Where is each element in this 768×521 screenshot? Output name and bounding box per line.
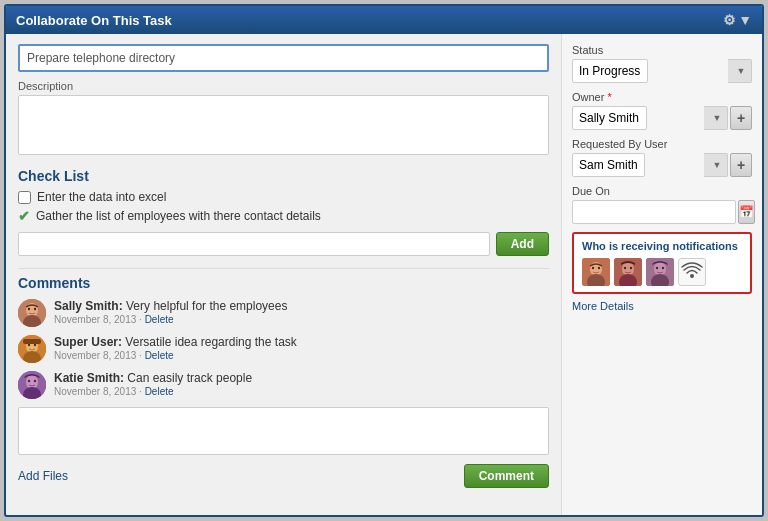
owner-select[interactable]: Sally Smith xyxy=(572,106,647,130)
comment-item: Sally Smith: Very helpful for the employ… xyxy=(18,299,549,327)
avatar-sally xyxy=(18,299,46,327)
gear-dropdown[interactable]: ⚙ ▼ xyxy=(723,12,752,28)
requested-by-row: Sam Smith + xyxy=(572,153,752,177)
comment-item: Katie Smith: Can easily track people Nov… xyxy=(18,371,549,399)
checklist-item-text-2: Gather the list of employees with there … xyxy=(36,209,321,223)
owner-label: Owner * xyxy=(572,91,752,103)
checklist-item: ✔ Gather the list of employees with ther… xyxy=(18,208,549,224)
comment-body-3: Can easily track people xyxy=(127,371,252,385)
svg-point-4 xyxy=(34,308,36,310)
checklist-title: Check List xyxy=(18,168,549,184)
add-checklist-button[interactable]: Add xyxy=(496,232,549,256)
new-comment-textarea[interactable] xyxy=(18,407,549,455)
comment-author-3: Katie Smith: xyxy=(54,371,127,385)
notification-avatar-1 xyxy=(582,258,610,286)
collaborate-dialog: Collaborate On This Task ⚙ ▼ Description… xyxy=(4,4,764,517)
requested-by-add-button[interactable]: + xyxy=(730,153,752,177)
notification-avatar-3 xyxy=(646,258,674,286)
status-select[interactable]: In Progress Completed Pending xyxy=(572,59,648,83)
gear-icon: ⚙ xyxy=(723,12,736,28)
calendar-button[interactable]: 📅 xyxy=(738,200,755,224)
owner-select-wrapper: Sally Smith xyxy=(572,106,728,130)
delete-link-1[interactable]: Delete xyxy=(145,314,174,325)
comment-meta-2: November 8, 2013 · Delete xyxy=(54,350,549,361)
checkmark-icon: ✔ xyxy=(18,208,30,224)
comment-date-2: November 8, 2013 xyxy=(54,350,136,361)
comment-author-2: Super User: xyxy=(54,335,125,349)
notif-avatar-svg-1 xyxy=(582,258,610,286)
delete-link-3[interactable]: Delete xyxy=(145,386,174,397)
description-textarea[interactable] xyxy=(18,95,549,155)
comments-section: Comments xyxy=(18,275,549,488)
notification-avatars xyxy=(582,258,742,286)
description-label: Description xyxy=(18,80,549,92)
avatar-svg xyxy=(18,299,46,327)
required-star: * xyxy=(607,91,611,103)
add-files-link[interactable]: Add Files xyxy=(18,469,68,483)
svg-point-27 xyxy=(654,262,666,276)
svg-point-20 xyxy=(598,267,600,269)
comment-item: Super User: Versatile idea regarding the… xyxy=(18,335,549,363)
bottom-row: Add Files Comment xyxy=(18,464,549,488)
svg-point-30 xyxy=(662,267,664,269)
comment-meta-3: November 8, 2013 · Delete xyxy=(54,386,549,397)
avatar-katie xyxy=(18,371,46,399)
right-panel: Status In Progress Completed Pending Own… xyxy=(562,34,762,515)
dialog-body: Description Check List Enter the data in… xyxy=(6,34,762,515)
checklist-item-text-1: Enter the data into excel xyxy=(37,190,166,204)
comment-text: Super User: Versatile idea regarding the… xyxy=(54,335,549,361)
requested-by-select-wrapper: Sam Smith xyxy=(572,153,728,177)
svg-rect-10 xyxy=(23,339,41,344)
comment-text: Katie Smith: Can easily track people Nov… xyxy=(54,371,549,397)
status-label: Status xyxy=(572,44,752,56)
svg-point-25 xyxy=(630,267,632,269)
due-on-input[interactable] xyxy=(572,200,736,224)
add-checklist-row: Add xyxy=(18,232,549,256)
comment-author-1: Sally Smith: xyxy=(54,299,126,313)
broadcast-icon xyxy=(678,258,706,286)
svg-point-24 xyxy=(624,267,626,269)
notification-avatar-2 xyxy=(614,258,642,286)
comment-body-2: Versatile idea regarding the task xyxy=(125,335,296,349)
avatar-svg xyxy=(18,335,46,363)
notification-box: Who is receiving notifications xyxy=(572,232,752,294)
comment-meta-1: November 8, 2013 · Delete xyxy=(54,314,549,325)
left-panel: Description Check List Enter the data in… xyxy=(6,34,562,515)
requested-by-select[interactable]: Sam Smith xyxy=(572,153,645,177)
notification-title: Who is receiving notifications xyxy=(582,240,742,252)
dialog-title: Collaborate On This Task xyxy=(16,13,172,28)
due-on-label: Due On xyxy=(572,185,752,197)
svg-point-19 xyxy=(592,267,594,269)
avatar-super xyxy=(18,335,46,363)
requested-by-label: Requested By User xyxy=(572,138,752,150)
add-checklist-input[interactable] xyxy=(18,232,490,256)
avatar-svg xyxy=(18,371,46,399)
comment-date-1: November 8, 2013 xyxy=(54,314,136,325)
owner-add-button[interactable]: + xyxy=(730,106,752,130)
checklist-item: Enter the data into excel xyxy=(18,190,549,204)
status-select-row: In Progress Completed Pending xyxy=(572,59,752,83)
comment-date-3: November 8, 2013 xyxy=(54,386,136,397)
svg-point-14 xyxy=(28,380,30,382)
task-title-input[interactable] xyxy=(18,44,549,72)
notif-avatar-svg-2 xyxy=(614,258,642,286)
divider xyxy=(18,268,549,269)
svg-point-9 xyxy=(34,344,36,346)
svg-point-29 xyxy=(656,267,658,269)
checklist-checkbox-1[interactable] xyxy=(18,191,31,204)
broadcast-svg xyxy=(681,261,703,283)
comment-button[interactable]: Comment xyxy=(464,464,549,488)
owner-row: Sally Smith + xyxy=(572,106,752,130)
svg-point-22 xyxy=(622,262,634,276)
comment-body-1: Very helpful for the employees xyxy=(126,299,287,313)
comments-title: Comments xyxy=(18,275,549,291)
due-on-row: 📅 xyxy=(572,200,752,224)
svg-point-15 xyxy=(34,380,36,382)
gear-dropdown-arrow: ▼ xyxy=(738,12,752,28)
more-details-link[interactable]: More Details xyxy=(572,300,752,312)
svg-point-31 xyxy=(690,274,694,278)
comment-text: Sally Smith: Very helpful for the employ… xyxy=(54,299,549,325)
svg-point-12 xyxy=(26,375,38,389)
delete-link-2[interactable]: Delete xyxy=(145,350,174,361)
notif-avatar-svg-3 xyxy=(646,258,674,286)
